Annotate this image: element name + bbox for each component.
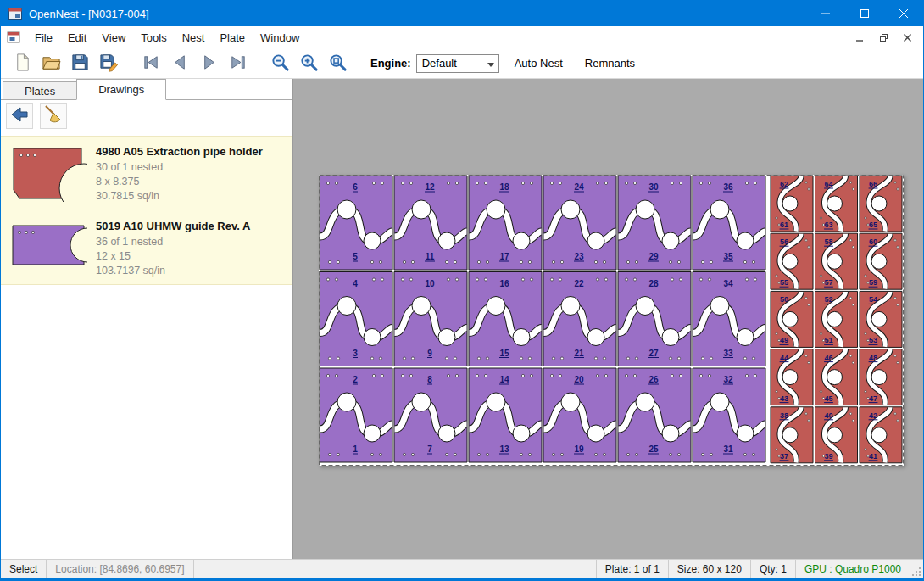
nest-plate[interactable]: 6512111817242330293635431091615222128273… <box>319 175 904 466</box>
svg-text:50: 50 <box>780 295 788 304</box>
menu-bar: File Edit View Tools Nest Plate Window <box>1 26 923 48</box>
drawing-item-1[interactable]: 4980 A05 Extraction pipe holder 30 of 1 … <box>1 137 292 211</box>
remnants-button[interactable]: Remnants <box>578 53 642 75</box>
nest-cell-purple[interactable]: 3433 <box>693 272 765 366</box>
nest-cell-red[interactable]: 6059 <box>860 233 902 289</box>
main-toolbar: Engine: Default Auto Nest Remnants <box>1 48 923 79</box>
save-as-button[interactable] <box>94 51 123 76</box>
mdi-minimize-button[interactable] <box>849 29 871 46</box>
nest-cell-purple[interactable]: 3029 <box>618 176 691 270</box>
svg-text:18: 18 <box>499 182 509 192</box>
open-button[interactable] <box>36 51 65 76</box>
svg-text:57: 57 <box>824 278 832 287</box>
new-button[interactable] <box>8 51 36 76</box>
app-icon <box>8 7 22 20</box>
menu-nest[interactable]: Nest <box>175 26 213 48</box>
svg-text:48: 48 <box>869 354 877 362</box>
zoom-in-button[interactable] <box>294 51 323 76</box>
nest-cell-red[interactable]: 5049 <box>771 291 813 347</box>
menu-edit[interactable]: Edit <box>60 26 94 48</box>
svg-text:8: 8 <box>427 375 432 384</box>
tab-drawings[interactable]: Drawings <box>76 79 166 100</box>
svg-text:26: 26 <box>648 375 659 384</box>
svg-text:28: 28 <box>648 279 659 288</box>
nest-cell-red[interactable]: 4847 <box>860 349 902 405</box>
svg-text:30: 30 <box>648 182 659 192</box>
clean-button[interactable] <box>40 103 67 129</box>
menu-file[interactable]: File <box>27 26 60 48</box>
nest-cell-purple[interactable]: 2827 <box>618 272 691 366</box>
nest-cell-purple[interactable]: 3231 <box>693 368 765 462</box>
document-window-icon[interactable] <box>7 31 20 44</box>
first-arrow-icon <box>142 53 161 75</box>
nest-cell-purple[interactable]: 3635 <box>693 176 765 270</box>
menu-view[interactable]: View <box>94 26 133 48</box>
nest-cell-red[interactable]: 5251 <box>815 291 858 347</box>
nest-cell-purple[interactable]: 1615 <box>469 272 542 366</box>
nest-cell-purple[interactable]: 1817 <box>469 176 542 270</box>
previous-arrow-icon <box>170 53 190 75</box>
minimize-button[interactable] <box>806 1 845 26</box>
drawing-nested-count: 30 of 1 nested <box>96 160 263 175</box>
nest-cell-red[interactable]: 6261 <box>771 176 813 232</box>
svg-text:3: 3 <box>353 349 358 358</box>
nest-cell-red[interactable]: 6463 <box>815 176 858 232</box>
nest-cell-purple[interactable]: 43 <box>320 272 392 366</box>
zoom-fit-button[interactable] <box>323 51 352 76</box>
drawing-item-2[interactable]: 5019 A10 UHMW guide Rev. A 36 of 1 neste… <box>1 211 292 284</box>
nest-cell-red[interactable]: 4039 <box>815 407 858 463</box>
previous-plate-button[interactable] <box>165 51 194 76</box>
nest-cell-red[interactable]: 4443 <box>771 349 813 405</box>
save-button[interactable] <box>65 51 94 76</box>
zoom-in-icon <box>299 53 319 75</box>
nest-cell-purple[interactable]: 21 <box>320 368 392 462</box>
tab-plates[interactable]: Plates <box>3 81 77 99</box>
svg-text:65: 65 <box>869 221 877 229</box>
svg-text:10: 10 <box>425 279 435 288</box>
status-bar: Select Location: [84.8696, 60.6957] Plat… <box>1 559 923 578</box>
nest-canvas[interactable]: 6512111817242330293635431091615222128273… <box>293 79 923 559</box>
svg-text:56: 56 <box>780 237 788 246</box>
menu-window[interactable]: Window <box>253 26 307 48</box>
mdi-restore-button[interactable] <box>872 29 894 46</box>
menu-plate[interactable]: Plate <box>212 26 253 48</box>
nest-cell-red[interactable]: 6665 <box>860 176 902 232</box>
nest-cell-purple[interactable]: 2625 <box>618 368 691 462</box>
zoom-out-button[interactable] <box>265 51 294 76</box>
first-plate-button[interactable] <box>136 51 165 76</box>
svg-text:47: 47 <box>869 394 877 403</box>
nest-cell-purple[interactable]: 2019 <box>543 368 616 462</box>
nest-cell-purple[interactable]: 1413 <box>469 368 542 462</box>
nest-cell-red[interactable]: 3837 <box>771 407 813 463</box>
next-plate-button[interactable] <box>194 51 223 76</box>
nest-cell-purple[interactable]: 2423 <box>543 176 616 270</box>
nest-cell-purple[interactable]: 109 <box>394 272 467 366</box>
new-file-icon <box>13 53 32 75</box>
close-button[interactable] <box>884 1 923 26</box>
maximize-button[interactable] <box>845 1 884 26</box>
left-panel: Plates Drawings <box>1 79 293 559</box>
nest-cell-purple[interactable]: 87 <box>394 368 467 462</box>
menu-tools[interactable]: Tools <box>133 26 174 48</box>
import-arrow-icon <box>9 104 30 128</box>
engine-select[interactable]: Default <box>416 54 499 73</box>
mdi-close-button[interactable] <box>896 29 918 46</box>
drawing-name: 4980 A05 Extraction pipe holder <box>96 145 263 158</box>
last-plate-button[interactable] <box>223 51 252 76</box>
nest-cell-red[interactable]: 4645 <box>815 349 858 405</box>
part-thumbnail-purple <box>9 217 94 278</box>
nest-cell-purple[interactable]: 2221 <box>543 272 616 366</box>
nest-cell-purple[interactable]: 1211 <box>394 176 467 270</box>
svg-text:58: 58 <box>824 237 832 246</box>
import-button[interactable] <box>6 103 33 129</box>
auto-nest-button[interactable]: Auto Nest <box>508 53 570 75</box>
resize-grip[interactable] <box>910 560 923 578</box>
nest-cell-red[interactable]: 5655 <box>771 233 813 289</box>
svg-text:60: 60 <box>869 237 877 246</box>
nest-cell-purple[interactable]: 65 <box>320 176 392 270</box>
nest-cell-red[interactable]: 5453 <box>860 291 902 347</box>
nest-cell-red[interactable]: 4241 <box>860 407 902 463</box>
nest-cell-red[interactable]: 5857 <box>815 233 858 289</box>
nest-plate-svg[interactable]: 6512111817242330293635431091615222128273… <box>319 175 904 466</box>
drawing-area: 103.7137 sq/in <box>96 264 250 278</box>
